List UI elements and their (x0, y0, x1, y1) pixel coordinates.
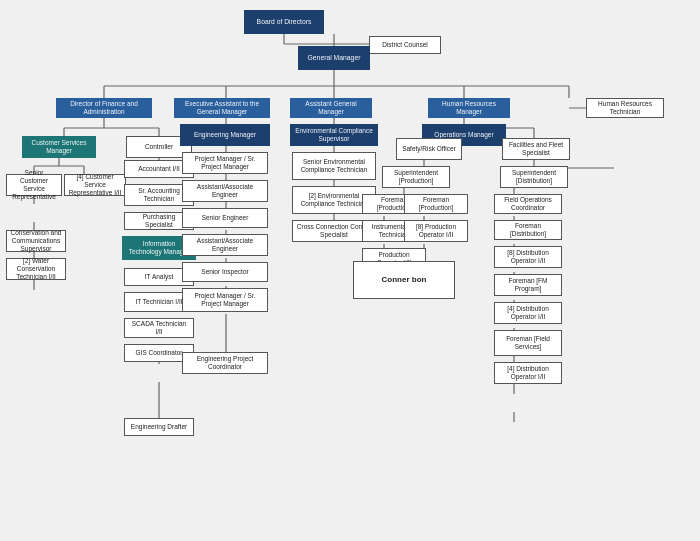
hr-manager: Human Resources Manager (428, 98, 510, 118)
engineering-drafter: Engineering Drafter (124, 418, 194, 436)
dist-operator-2: [4] Distribution Operator I/II (494, 302, 562, 324)
foreman-production-2: Foreman [Production] (404, 194, 468, 214)
env-compliance-supervisor: Environmental Compliance Supervisor (290, 124, 378, 146)
senior-customer-service: Senior Customer Service Representative (6, 174, 62, 196)
foreman-fm: Foreman [FM Program] (494, 274, 562, 296)
dist-operator-3: [4] Distribution Operator I/II (494, 362, 562, 384)
safety-risk: Safety/Risk Officer (396, 138, 462, 160)
facilities-fleet: Facilities and Fleet Specialist (502, 138, 570, 160)
eng-project-coordinator: Engineering Project Coordinator (182, 352, 268, 374)
board-of-directors: Board of Directors (244, 10, 324, 34)
assistant-gm: Assistant General Manager (290, 98, 372, 118)
customer-services-manager: Customer Services Manager (22, 136, 96, 158)
dist-operator-1: [8] Distribution Operator I/II (494, 246, 562, 268)
superintendent-production: Superintendent [Production] (382, 166, 450, 188)
foreman-distribution-1: Foreman [Distribution] (494, 220, 562, 240)
superintendent-distribution: Superintendent [Distribution] (500, 166, 568, 188)
senior-env-compliance: Senior Environmental Compliance Technici… (292, 152, 376, 180)
production-operator-2: [8] Production Operator I/II (404, 220, 468, 242)
district-counsel: District Counsel (369, 36, 441, 54)
general-manager: General Manager (298, 46, 370, 70)
director-finance: Director of Finance and Administration (56, 98, 152, 118)
water-conservation: [2] Water Conservation Technician I/II (6, 258, 66, 280)
project-manager-sr: Project Manager / Sr. Project Manager (182, 152, 268, 174)
project-manager-sr-2: Project Manager / Sr. Project Manager (182, 288, 268, 312)
asst-assoc-engineer-1: Assistant/Associate Engineer (182, 180, 268, 202)
org-chart: Board of Directors District Counsel Gene… (4, 8, 696, 528)
org-chart-container: Board of Directors District Counsel Gene… (0, 0, 700, 536)
asst-assoc-engineer-2: Assistant/Associate Engineer (182, 234, 268, 256)
customer-service-rep: [4] Customer Service Representative I/II (64, 174, 126, 196)
hr-technician: Human Resources Technician (586, 98, 664, 118)
foreman-field-services: Foreman [Field Services] (494, 330, 562, 356)
field-ops-coordinator: Field Operations Coordinator (494, 194, 562, 214)
scada-technician: SCADA Technician I/II (124, 318, 194, 338)
conservation-comm: Conservation and Communications Supervis… (6, 230, 66, 252)
engineering-manager: Engineering Manager (180, 124, 270, 146)
conner-bon: Conner bon (353, 261, 455, 299)
exec-assistant: Executive Assistant to the General Manag… (174, 98, 270, 118)
connector-lines (4, 8, 696, 528)
senior-engineer: Senior Engineer (182, 208, 268, 228)
senior-inspector: Senior Inspector (182, 262, 268, 282)
